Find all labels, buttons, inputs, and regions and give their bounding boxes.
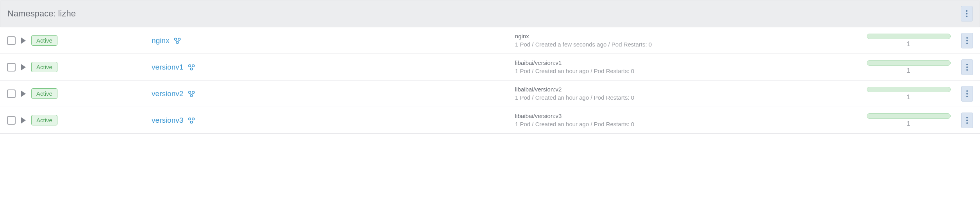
workload-row: Active versionv1 libaibai/version:v1 1 P…	[0, 54, 980, 80]
row-menu-button[interactable]	[961, 86, 973, 102]
kebab-icon	[966, 10, 968, 18]
svg-point-16	[192, 91, 195, 93]
expand-icon[interactable]	[21, 117, 26, 123]
workload-substatus: 1 Pod / Created a few seconds ago / Pod …	[515, 41, 860, 48]
row-name-cell: versionv3	[152, 116, 515, 125]
row-checkbox[interactable]	[7, 63, 16, 72]
kebab-icon	[966, 63, 968, 71]
workload-rows: Active nginx nginx 1 Pod / Created a few…	[0, 27, 980, 134]
row-actions	[957, 33, 973, 48]
svg-point-15	[189, 91, 191, 93]
namespace-menu-button[interactable]	[961, 6, 973, 21]
row-meta: libaibai/version:v3 1 Pod / Created an h…	[515, 112, 860, 128]
row-checkbox[interactable]	[7, 36, 16, 45]
scale-bar	[867, 113, 951, 119]
row-actions	[957, 113, 973, 128]
workload-name-link[interactable]: versionv3	[152, 116, 183, 125]
row-controls: Active	[7, 88, 152, 99]
svg-point-26	[966, 122, 968, 124]
svg-point-24	[966, 117, 968, 118]
deployment-icon	[187, 63, 196, 72]
workload-substatus: 1 Pod / Created an hour ago / Pod Restar…	[515, 94, 860, 102]
svg-point-18	[966, 90, 968, 92]
deployment-icon	[187, 89, 196, 98]
svg-point-11	[190, 68, 193, 70]
row-menu-button[interactable]	[961, 59, 973, 75]
kebab-icon	[966, 116, 968, 124]
deployment-icon	[173, 36, 182, 45]
row-scale: 1	[860, 34, 957, 48]
expand-icon[interactable]	[21, 91, 26, 97]
svg-point-20	[966, 96, 968, 97]
svg-point-21	[189, 118, 191, 120]
namespace-header: Namespace: lizhe	[0, 0, 980, 27]
svg-point-9	[189, 64, 191, 67]
workload-image: libaibai/version:v2	[515, 86, 860, 93]
row-name-cell: versionv1	[152, 63, 515, 72]
status-badge: Active	[31, 62, 57, 72]
svg-point-23	[190, 121, 193, 123]
row-checkbox[interactable]	[7, 116, 16, 125]
scale-count: 1	[907, 41, 910, 48]
row-menu-button[interactable]	[961, 33, 973, 48]
row-controls: Active	[7, 115, 152, 125]
status-badge: Active	[31, 88, 57, 99]
svg-point-4	[178, 38, 181, 40]
kebab-icon	[966, 37, 968, 45]
row-name-cell: versionv2	[152, 89, 515, 98]
workload-image: libaibai/version:v1	[515, 59, 860, 67]
workload-name-link[interactable]: versionv1	[152, 63, 183, 72]
row-meta: libaibai/version:v1 1 Pod / Created an h…	[515, 59, 860, 75]
svg-point-2	[966, 16, 967, 17]
scale-bar	[867, 34, 951, 39]
workload-image: libaibai/version:v3	[515, 112, 860, 120]
svg-point-0	[966, 10, 967, 12]
row-menu-button[interactable]	[961, 113, 973, 128]
workload-substatus: 1 Pod / Created an hour ago / Pod Restar…	[515, 67, 860, 75]
workload-row: Active nginx nginx 1 Pod / Created a few…	[0, 27, 980, 54]
row-meta: nginx 1 Pod / Created a few seconds ago …	[515, 32, 860, 48]
svg-point-7	[966, 40, 968, 41]
workload-row: Active versionv3 libaibai/version:v3 1 P…	[0, 107, 980, 134]
scale-bar	[867, 60, 951, 66]
workload-image: nginx	[515, 32, 860, 40]
workload-row: Active versionv2 libaibai/version:v2 1 P…	[0, 80, 980, 107]
svg-point-10	[192, 64, 195, 67]
row-name-cell: nginx	[152, 36, 515, 45]
expand-icon[interactable]	[21, 38, 26, 44]
workloads-panel: Namespace: lizhe Active nginx	[0, 0, 980, 134]
svg-point-5	[176, 41, 179, 43]
scale-count: 1	[907, 120, 910, 127]
scale-bar	[867, 87, 951, 92]
scale-count: 1	[907, 94, 910, 101]
svg-point-19	[966, 93, 968, 95]
expand-icon[interactable]	[21, 64, 26, 70]
kebab-icon	[966, 90, 968, 98]
status-badge: Active	[31, 35, 57, 46]
namespace-label: Namespace: lizhe	[7, 9, 76, 19]
deployment-icon	[187, 116, 196, 125]
svg-point-14	[966, 69, 968, 71]
row-meta: libaibai/version:v2 1 Pod / Created an h…	[515, 86, 860, 102]
row-controls: Active	[7, 62, 152, 72]
namespace-actions	[961, 6, 973, 21]
svg-point-6	[966, 37, 968, 39]
row-actions	[957, 59, 973, 75]
svg-point-12	[966, 64, 968, 65]
svg-point-8	[966, 43, 968, 44]
scale-count: 1	[907, 67, 910, 74]
svg-point-13	[966, 66, 968, 68]
svg-point-17	[190, 94, 193, 97]
row-scale: 1	[860, 60, 957, 74]
workload-substatus: 1 Pod / Created an hour ago / Pod Restar…	[515, 120, 860, 128]
svg-point-22	[192, 118, 195, 120]
status-badge: Active	[31, 115, 57, 125]
workload-name-link[interactable]: nginx	[152, 36, 169, 45]
row-actions	[957, 86, 973, 102]
svg-point-3	[175, 38, 177, 40]
row-controls: Active	[7, 35, 152, 46]
svg-point-1	[966, 13, 967, 14]
row-scale: 1	[860, 87, 957, 101]
row-checkbox[interactable]	[7, 89, 16, 98]
workload-name-link[interactable]: versionv2	[152, 89, 183, 98]
